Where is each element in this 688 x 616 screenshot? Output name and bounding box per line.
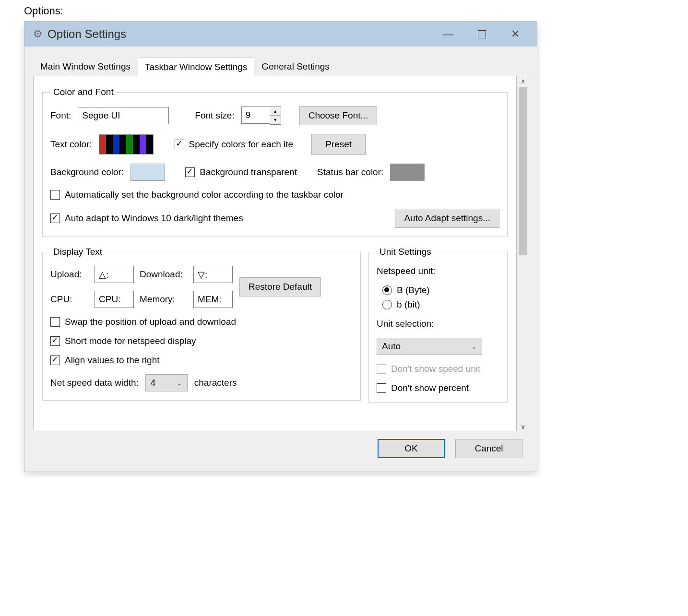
dont-show-speed-label: Don't show speed unit: [391, 364, 480, 374]
scrollbar-thumb[interactable]: [519, 87, 527, 255]
net-width-value: 4: [151, 378, 156, 388]
unit-selection-label: Unit selection:: [377, 319, 434, 329]
choose-font-button[interactable]: Choose Font...: [299, 106, 378, 125]
align-right-checkbox[interactable]: Align values to the right: [50, 355, 160, 366]
window: ⚙ Option Settings Main Window Settings T…: [24, 21, 537, 472]
auto-adapt-settings-button[interactable]: Auto Adapt settings...: [395, 209, 499, 228]
unit-selection-value: Auto: [382, 341, 401, 352]
radio-bit-label: b (bit): [397, 299, 420, 310]
spinner-up-icon[interactable]: ▲: [270, 107, 281, 116]
net-width-label: Net speed data width:: [50, 378, 139, 388]
maximize-button[interactable]: [465, 22, 498, 47]
titlebar: ⚙ Option Settings: [24, 22, 537, 47]
swap-position-input[interactable]: [50, 317, 60, 327]
download-input[interactable]: [193, 266, 233, 283]
scroll-up-icon[interactable]: ∧: [518, 76, 528, 86]
auto-adapt-label: Auto adapt to Windows 10 dark/light them…: [65, 213, 243, 224]
page-label: Options:: [24, 5, 664, 17]
auto-bg-input[interactable]: [50, 190, 60, 200]
download-label: Download:: [140, 269, 188, 280]
tab-main-window-settings[interactable]: Main Window Settings: [33, 57, 138, 76]
legend-color-and-font: Color and Font: [50, 87, 117, 97]
unit-selection-select[interactable]: Auto ⌄: [377, 338, 482, 355]
text-color-label: Text color:: [50, 139, 92, 150]
netspeed-unit-label: Netspeed unit:: [377, 266, 436, 276]
gear-icon: ⚙: [33, 28, 43, 40]
dont-show-speed-checkbox: Don't show speed unit: [377, 364, 480, 374]
ok-button[interactable]: OK: [378, 439, 445, 458]
dont-show-percent-checkbox[interactable]: Don't show percent: [377, 383, 469, 393]
group-display-text: Display Text Upload: Download:: [42, 247, 361, 401]
background-color-label: Background color:: [50, 167, 124, 178]
legend-display-text: Display Text: [50, 247, 105, 257]
align-right-input[interactable]: [50, 355, 60, 365]
radio-byte-label: B (Byte): [397, 285, 430, 296]
auto-adapt-checkbox[interactable]: Auto adapt to Windows 10 dark/light them…: [50, 213, 243, 224]
memory-input[interactable]: [193, 291, 233, 308]
cpu-input[interactable]: [95, 291, 134, 308]
status-bar-color-swatch[interactable]: [390, 164, 425, 181]
background-transparent-checkbox[interactable]: Background transparent: [185, 167, 297, 178]
radio-byte[interactable]: B (Byte): [382, 285, 430, 296]
cpu-label: CPU:: [50, 294, 89, 305]
font-size-spinner[interactable]: ▲ ▼: [241, 107, 281, 125]
dont-show-speed-input: [377, 364, 386, 374]
tab-taskbar-window-settings[interactable]: Taskbar Window Settings: [138, 58, 254, 77]
font-input[interactable]: [78, 107, 169, 124]
upload-input[interactable]: [95, 266, 134, 283]
group-unit-settings: Unit Settings Netspeed unit: B (Byte): [368, 247, 508, 403]
font-size-input[interactable]: [241, 107, 270, 124]
dialog-buttons: OK Cancel: [33, 431, 528, 466]
specify-colors-label: Specify colors for each ite: [189, 139, 294, 150]
tab-general-settings[interactable]: General Settings: [254, 57, 337, 76]
align-right-label: Align values to the right: [65, 355, 160, 366]
short-mode-label: Short mode for netspeed display: [65, 336, 196, 346]
swap-position-checkbox[interactable]: Swap the position of upload and download: [50, 317, 236, 327]
background-transparent-input[interactable]: [185, 167, 195, 177]
tab-content: Color and Font Font: Font size: ▲ ▼: [33, 76, 517, 431]
spinner-down-icon[interactable]: ▼: [270, 116, 281, 124]
background-color-swatch[interactable]: [130, 164, 165, 181]
font-size-label: Font size:: [195, 110, 234, 121]
background-transparent-label: Background transparent: [200, 167, 297, 178]
restore-default-button[interactable]: Restore Default: [239, 277, 321, 296]
auto-adapt-input[interactable]: [50, 213, 60, 223]
tab-strip: Main Window Settings Taskbar Window Sett…: [33, 57, 528, 76]
vertical-scrollbar[interactable]: ∧ ∨: [518, 76, 528, 431]
swap-position-label: Swap the position of upload and download: [65, 317, 236, 327]
short-mode-input[interactable]: [50, 336, 60, 346]
scrollbar-track[interactable]: [518, 256, 528, 422]
text-color-swatch[interactable]: [99, 134, 154, 154]
dont-show-percent-label: Don't show percent: [391, 383, 469, 393]
specify-colors-checkbox[interactable]: Specify colors for each ite: [175, 139, 294, 150]
scroll-down-icon[interactable]: ∨: [518, 422, 528, 431]
chevron-down-icon: ⌄: [177, 379, 182, 387]
upload-label: Upload:: [50, 269, 89, 280]
auto-bg-checkbox[interactable]: Automatically set the background color a…: [50, 190, 344, 200]
dont-show-percent-input[interactable]: [377, 383, 386, 393]
minimize-button[interactable]: [431, 22, 465, 47]
group-color-and-font: Color and Font Font: Font size: ▲ ▼: [42, 87, 508, 237]
net-width-suffix: characters: [194, 378, 237, 388]
status-bar-color-label: Status bar color:: [317, 167, 383, 178]
tabline: [33, 76, 528, 76]
specify-colors-input[interactable]: [175, 140, 184, 149]
chevron-down-icon: ⌄: [471, 343, 477, 350]
radio-byte-input[interactable]: [382, 285, 392, 295]
radio-bit-input[interactable]: [382, 300, 392, 309]
memory-label: Memory:: [140, 294, 188, 305]
cancel-button[interactable]: Cancel: [455, 439, 522, 458]
net-width-select[interactable]: 4 ⌄: [145, 374, 188, 391]
font-label: Font:: [50, 110, 71, 121]
legend-unit-settings: Unit Settings: [377, 247, 434, 257]
short-mode-checkbox[interactable]: Short mode for netspeed display: [50, 336, 196, 346]
close-button[interactable]: [498, 22, 532, 47]
auto-bg-label: Automatically set the background color a…: [65, 190, 344, 200]
radio-bit[interactable]: b (bit): [382, 299, 420, 310]
window-title: Option Settings: [47, 27, 431, 41]
preset-button[interactable]: Preset: [311, 134, 366, 155]
